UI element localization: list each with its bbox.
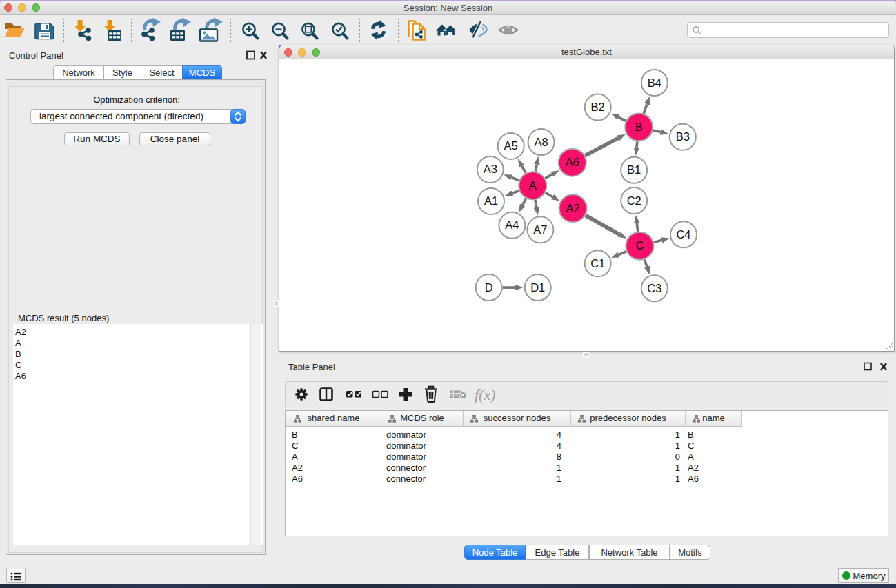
svg-text:f(x): f(x) (475, 386, 496, 403)
svg-text:A6: A6 (566, 156, 579, 168)
svg-text:A2: A2 (566, 201, 580, 214)
svg-text:A3: A3 (484, 163, 497, 175)
svg-text:C: C (635, 239, 644, 252)
svg-text:D: D (485, 281, 493, 293)
svg-text:B4: B4 (648, 76, 661, 88)
svg-text:D1: D1 (530, 281, 545, 293)
svg-text:B3: B3 (676, 130, 690, 143)
svg-text:C1: C1 (590, 256, 605, 269)
svg-text:A1: A1 (484, 194, 498, 207)
svg-text:A8: A8 (535, 135, 548, 148)
svg-text:A4: A4 (505, 219, 519, 231)
svg-text:A: A (529, 179, 537, 191)
svg-text:C3: C3 (647, 281, 661, 294)
svg-text:B: B (635, 120, 643, 132)
svg-text:A5: A5 (504, 139, 518, 152)
svg-text:B1: B1 (627, 163, 641, 176)
svg-text:B2: B2 (591, 101, 605, 113)
svg-text:C2: C2 (627, 194, 641, 206)
svg-text:A7: A7 (533, 223, 547, 235)
svg-text:C4: C4 (676, 227, 690, 240)
